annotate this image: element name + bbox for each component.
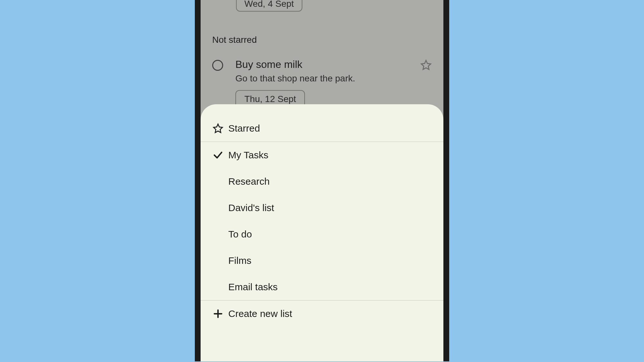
sheet-item-starred[interactable]: Starred <box>201 115 443 142</box>
list-picker-bottom-sheet: Starred My TasksResearchDavid's listTo d… <box>201 104 443 361</box>
sheet-item-label: To do <box>228 229 252 240</box>
sheet-item-list[interactable]: My Tasks <box>201 142 443 168</box>
sheet-item-list[interactable]: Research <box>201 168 443 195</box>
app-screen: Wed, 4 Sept Not starred Buy some milk Go… <box>201 0 443 361</box>
section-header-not-starred: Not starred <box>212 35 432 45</box>
sheet-item-list[interactable]: Films <box>201 247 443 274</box>
date-chip[interactable]: Wed, 4 Sept <box>236 0 302 12</box>
sheet-item-list[interactable]: David's list <box>201 195 443 221</box>
sheet-item-list[interactable]: Email tasks <box>201 274 443 300</box>
sheet-item-label: Starred <box>228 123 260 134</box>
sheet-item-label: My Tasks <box>228 150 268 161</box>
task-text-block: Buy some milk Go to that shop near the p… <box>235 58 420 108</box>
sheet-item-label: Create new list <box>228 308 292 319</box>
sheet-item-label: Films <box>228 255 251 266</box>
sheet-item-list[interactable]: To do <box>201 221 443 247</box>
plus-icon <box>210 308 226 319</box>
task-row[interactable]: Buy some milk Go to that shop near the p… <box>212 58 432 108</box>
task-description: Go to that shop near the park. <box>235 73 420 84</box>
star-icon[interactable] <box>420 59 432 71</box>
check-icon <box>210 150 226 161</box>
task-title: Buy some milk <box>235 58 420 71</box>
sheet-item-label: Research <box>228 176 270 187</box>
device-frame: Wed, 4 Sept Not starred Buy some milk Go… <box>195 0 449 361</box>
star-icon <box>210 123 226 134</box>
sheet-item-label: David's list <box>228 202 274 213</box>
task-complete-circle[interactable] <box>212 60 223 71</box>
background-task-list: Wed, 4 Sept Not starred Buy some milk Go… <box>201 0 443 108</box>
sheet-item-label: Email tasks <box>228 282 278 292</box>
sheet-item-create-list[interactable]: Create new list <box>201 301 443 327</box>
